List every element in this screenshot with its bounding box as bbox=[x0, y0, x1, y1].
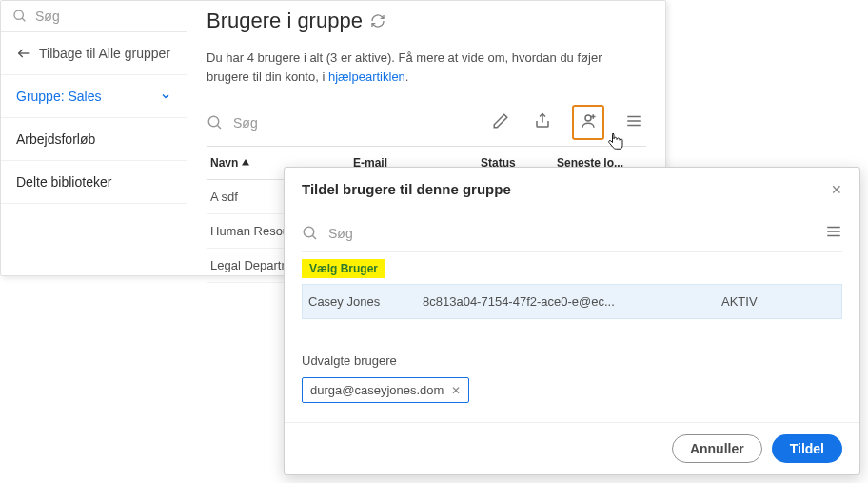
chevron-down-icon bbox=[160, 91, 171, 102]
back-label: Tilbage til Alle grupper bbox=[39, 46, 170, 61]
back-to-groups[interactable]: Tilbage til Alle grupper bbox=[1, 32, 187, 75]
help-link[interactable]: hjælpeartiklen bbox=[328, 70, 405, 84]
svg-point-6 bbox=[585, 115, 591, 121]
hamburger-icon bbox=[625, 112, 642, 130]
modal-header: Tildel brugere til denne gruppe ✕ bbox=[285, 168, 859, 211]
th-name-label: Navn bbox=[210, 156, 238, 170]
selected-users-label: Udvalgte brugere bbox=[302, 353, 842, 368]
user-email: 8c813a04-7154-47f2-ace0-e@ec... bbox=[423, 294, 721, 309]
page-title: Brugere i gruppe bbox=[207, 9, 646, 33]
assign-users-modal: Tildel brugere til denne gruppe ✕ Søg Væ… bbox=[284, 167, 860, 475]
svg-point-13 bbox=[304, 227, 314, 237]
toolbar-search-placeholder: Søg bbox=[233, 115, 258, 131]
modal-footer: Annuller Tildel bbox=[285, 422, 859, 474]
sort-asc-icon bbox=[242, 159, 249, 167]
modal-title: Tildel brugere til denne gruppe bbox=[302, 181, 511, 197]
svg-line-1 bbox=[22, 18, 25, 21]
add-user-icon bbox=[580, 112, 597, 130]
user-name: Casey Jones bbox=[308, 294, 423, 309]
modal-search-row: Søg bbox=[302, 223, 842, 252]
toolbar: Søg bbox=[207, 99, 646, 147]
modal-menu-button[interactable] bbox=[825, 223, 842, 243]
svg-line-14 bbox=[312, 235, 316, 239]
modal-search-placeholder: Søg bbox=[328, 226, 353, 241]
share-icon bbox=[534, 112, 551, 130]
edit-button[interactable] bbox=[488, 109, 513, 136]
pencil-icon bbox=[492, 112, 509, 130]
group-label: Gruppe: Sales bbox=[16, 89, 102, 104]
select-user-label: Vælg Bruger bbox=[302, 259, 385, 278]
desc-suffix: . bbox=[405, 70, 409, 84]
sidebar-group-sales[interactable]: Gruppe: Sales bbox=[1, 75, 187, 118]
search-icon bbox=[12, 9, 28, 24]
modal-search[interactable]: Søg bbox=[302, 225, 816, 242]
chip-remove[interactable]: ✕ bbox=[451, 384, 461, 397]
menu-button[interactable] bbox=[621, 109, 646, 136]
user-status: AKTIV bbox=[721, 294, 836, 309]
arrow-left-icon bbox=[16, 46, 31, 61]
cancel-button[interactable]: Annuller bbox=[672, 434, 762, 463]
svg-line-4 bbox=[217, 125, 221, 129]
user-row[interactable]: Casey Jones 8c813a04-7154-47f2-ace0-e@ec… bbox=[302, 284, 842, 319]
add-users-button[interactable] bbox=[572, 105, 604, 140]
sidebar-search-placeholder: Søg bbox=[35, 9, 60, 24]
sidebar: Søg Tilbage til Alle grupper Gruppe: Sal… bbox=[1, 1, 187, 275]
svg-point-3 bbox=[208, 116, 219, 127]
selected-user-chip: durga@caseyjones.dom ✕ bbox=[302, 377, 469, 403]
sidebar-search[interactable]: Søg bbox=[1, 1, 187, 32]
close-button[interactable]: ✕ bbox=[831, 182, 842, 197]
hamburger-icon bbox=[825, 223, 842, 240]
svg-marker-12 bbox=[242, 159, 249, 165]
toolbar-search[interactable]: Søg bbox=[207, 114, 488, 131]
sidebar-item-label: Delte biblioteker bbox=[16, 174, 111, 190]
sidebar-item-shared-libraries[interactable]: Delte biblioteker bbox=[1, 161, 187, 204]
search-icon bbox=[302, 225, 319, 242]
modal-body: Søg Vælg Bruger Casey Jones 8c813a04-715… bbox=[285, 211, 859, 422]
page-title-text: Brugere i gruppe bbox=[207, 9, 363, 33]
chip-text: durga@caseyjones.dom bbox=[310, 383, 444, 397]
svg-point-0 bbox=[14, 10, 23, 19]
sidebar-item-label: Arbejdsforløb bbox=[16, 131, 95, 147]
refresh-icon[interactable] bbox=[370, 13, 385, 29]
toolbar-actions bbox=[488, 105, 646, 140]
share-button[interactable] bbox=[530, 109, 555, 136]
sidebar-item-workflows[interactable]: Arbejdsforløb bbox=[1, 118, 187, 161]
search-icon bbox=[207, 114, 224, 131]
assign-button[interactable]: Tildel bbox=[772, 434, 842, 463]
page-description: Du har 4 brugere i alt (3 er aktive). Få… bbox=[207, 49, 646, 86]
